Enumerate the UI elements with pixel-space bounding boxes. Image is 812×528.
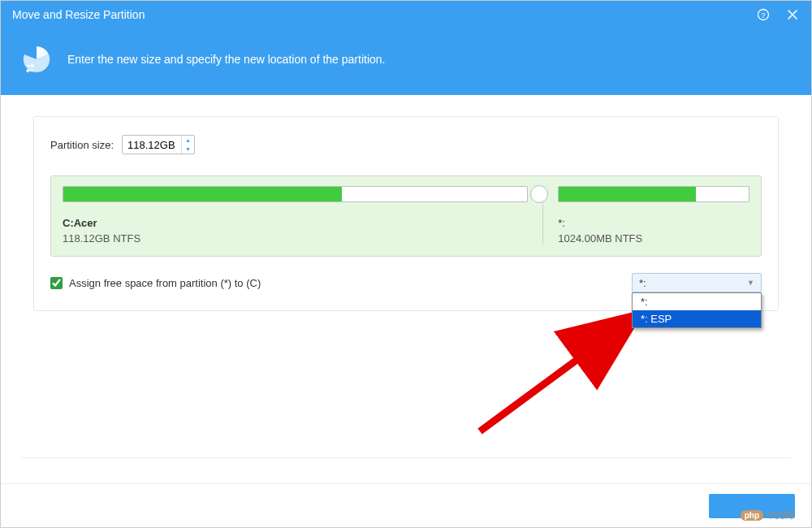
header-subtitle: Enter the new size and specify the new l…	[67, 53, 385, 66]
titlebar-controls: ?	[756, 7, 800, 22]
partition-bar-c[interactable]	[63, 186, 528, 202]
content-area: Partition size: ▲ ▼ C:Acer 118.12	[1, 95, 811, 319]
svg-text:?: ?	[761, 11, 765, 19]
partition-bar-star[interactable]	[558, 186, 749, 202]
partition-star-detail: 1024.00MB NTFS	[558, 232, 749, 245]
target-combo-wrap: *: ▼ *: *: ESP	[632, 273, 762, 292]
titlebar: Move and Resize Partition ?	[1, 1, 811, 28]
close-icon[interactable]	[785, 7, 800, 22]
chevron-down-icon: ▼	[747, 279, 754, 287]
partition-fill-star	[559, 187, 695, 201]
watermark-text: 中文网	[767, 509, 793, 522]
partition-fill-c	[63, 187, 342, 201]
partition-diagram: C:Acer 118.12GB NTFS *: 1024.00MB NTFS	[50, 175, 762, 257]
partition-block-c: C:Acer 118.12GB NTFS	[63, 186, 543, 245]
target-partition-dropdown: *: *: ESP	[632, 292, 762, 328]
spin-buttons: ▲ ▼	[181, 136, 194, 154]
help-icon[interactable]: ?	[756, 7, 771, 22]
partition-star-name: *:	[558, 217, 749, 229]
watermark: php 中文网	[741, 509, 793, 522]
partition-c-name: C:Acer	[63, 217, 528, 229]
partition-icon	[20, 43, 53, 76]
resize-handle[interactable]	[530, 185, 548, 203]
size-row: Partition size: ▲ ▼	[50, 135, 762, 154]
partition-size-field[interactable]	[123, 136, 181, 154]
dialog-window: Move and Resize Partition ? Enter the ne…	[0, 0, 812, 528]
footer-divider	[21, 457, 791, 458]
assign-label: Assign free space from partition (*) to …	[69, 277, 261, 289]
combo-value: *:	[639, 277, 646, 289]
partition-size-label: Partition size:	[50, 139, 114, 151]
assign-checkbox[interactable]	[50, 277, 63, 289]
settings-card: Partition size: ▲ ▼ C:Acer 118.12	[33, 116, 779, 311]
header-banner: Enter the new size and specify the new l…	[1, 28, 811, 95]
assign-row: Assign free space from partition (*) to …	[50, 273, 762, 292]
spin-down-icon[interactable]: ▼	[182, 145, 194, 154]
assign-checkbox-group[interactable]: Assign free space from partition (*) to …	[50, 277, 261, 289]
combo-option-star[interactable]: *:	[633, 293, 761, 310]
partition-c-detail: 118.12GB NTFS	[63, 232, 528, 245]
target-partition-select[interactable]: *: ▼	[632, 273, 762, 292]
combo-option-esp[interactable]: *: ESP	[633, 310, 761, 327]
partition-size-input[interactable]: ▲ ▼	[122, 135, 195, 154]
svg-line-2	[480, 318, 634, 431]
partition-block-star: *: 1024.00MB NTFS	[543, 186, 749, 245]
footer	[1, 483, 811, 527]
window-title: Move and Resize Partition	[12, 8, 145, 21]
watermark-brand: php	[741, 510, 763, 521]
spin-up-icon[interactable]: ▲	[182, 136, 194, 145]
